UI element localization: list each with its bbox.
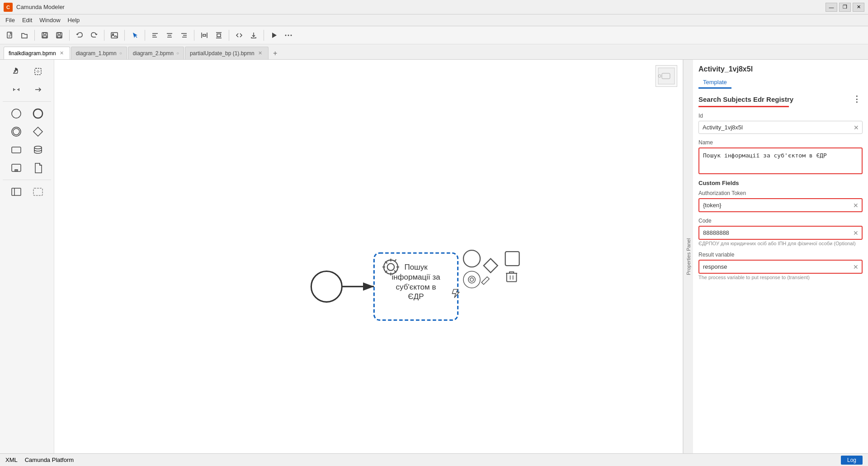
- log-button[interactable]: Log: [841, 456, 863, 465]
- data-object-tool[interactable]: [28, 160, 48, 176]
- deploy-button[interactable]: [247, 29, 260, 42]
- svg-rect-3: [43, 36, 47, 38]
- name-label: Name: [698, 139, 863, 146]
- code-input-wrapper: ✕: [698, 226, 863, 240]
- tab-partialupdate[interactable]: partialUpdate_bp (1).bpmn ✕: [185, 47, 269, 59]
- intermediate-event-tool[interactable]: [6, 124, 26, 140]
- svg-marker-9: [272, 33, 277, 38]
- svg-point-21: [34, 146, 42, 149]
- svg-point-18: [13, 128, 19, 135]
- tool-divider-2: [3, 180, 51, 180]
- toolbar-separator-2: [69, 30, 70, 41]
- open-file-button[interactable]: [18, 29, 31, 42]
- align-right-button[interactable]: [178, 29, 190, 42]
- svg-point-11: [288, 34, 289, 36]
- play-button[interactable]: [268, 29, 280, 42]
- menu-window[interactable]: Window: [36, 16, 64, 24]
- menu-file[interactable]: File: [2, 16, 19, 24]
- properties-content: Activity_1vj8x5l Template Search Subject…: [693, 60, 868, 453]
- tab-diagram1[interactable]: diagram_1.bpmn ○: [71, 47, 127, 59]
- lasso-tool[interactable]: [28, 63, 48, 80]
- svg-point-42: [468, 276, 475, 283]
- connect-tool[interactable]: [6, 81, 26, 98]
- image-button[interactable]: [108, 29, 121, 42]
- svg-rect-2: [43, 33, 46, 34]
- redo-button[interactable]: [88, 29, 100, 42]
- tab-finalkdiagram[interactable]: finalkdiagram.bpmn ✕: [4, 47, 70, 59]
- tab-close-partialupdate[interactable]: ✕: [257, 50, 264, 57]
- group-tool[interactable]: [28, 184, 48, 200]
- tool-row-6: [6, 160, 48, 176]
- svg-marker-19: [33, 127, 42, 136]
- tab-diagram2[interactable]: diagram_2.bpmn ○: [128, 47, 184, 59]
- subprocess-tool[interactable]: [6, 160, 26, 176]
- template-tab[interactable]: Template: [698, 77, 731, 89]
- start-event: [311, 271, 342, 302]
- statusbar-left: XML Camunda Platform: [5, 456, 74, 463]
- result-variable-input[interactable]: [699, 261, 862, 273]
- id-input[interactable]: [699, 121, 862, 133]
- id-clear-button[interactable]: ✕: [852, 124, 860, 132]
- code-hint: ЄДРПОУ для юридичних осіб або ІПН для фі…: [698, 241, 863, 246]
- menu-edit[interactable]: Edit: [19, 16, 36, 24]
- undo-button[interactable]: [73, 29, 86, 42]
- new-file-button[interactable]: [4, 29, 16, 42]
- task-tool[interactable]: [6, 142, 26, 158]
- save-button[interactable]: [38, 29, 51, 42]
- svg-point-38: [463, 250, 480, 267]
- titlebar-controls: — ❐ ✕: [826, 3, 864, 12]
- distribute-v-button[interactable]: [212, 29, 225, 42]
- more-options-button[interactable]: ⋮: [851, 94, 863, 104]
- svg-rect-5: [58, 33, 61, 34]
- id-field-container: Id ✕: [698, 113, 863, 134]
- result-variable-clear-button[interactable]: ✕: [852, 263, 860, 271]
- name-input[interactable]: [699, 148, 862, 172]
- align-center-button[interactable]: [163, 29, 176, 42]
- name-field-container: Name: [698, 139, 863, 174]
- bpmn-diagram: Пошук інформації за суб'єктом в ЄДР: [54, 60, 683, 453]
- tab-close-finalkdiagram[interactable]: ✕: [59, 50, 65, 57]
- toolbar: [0, 26, 868, 44]
- tab-label: finalkdiagram.bpmn: [9, 50, 56, 57]
- hand-tool[interactable]: [6, 63, 26, 80]
- more-toolbar-button[interactable]: [282, 29, 295, 42]
- code-input[interactable]: [699, 227, 862, 239]
- tab-label: partialUpdate_bp (1).bpmn: [190, 50, 255, 57]
- minimize-button[interactable]: —: [826, 3, 837, 12]
- global-connect-tool[interactable]: [28, 81, 48, 98]
- svg-rect-20: [12, 147, 21, 153]
- auth-token-input[interactable]: [699, 199, 862, 211]
- tool-row-2: [6, 81, 48, 98]
- svg-text:інформації за: інформації за: [392, 273, 440, 281]
- toolbar-separator-4: [124, 30, 125, 41]
- svg-rect-25: [12, 188, 21, 195]
- svg-rect-40: [505, 252, 519, 266]
- menu-help[interactable]: Help: [64, 16, 84, 24]
- add-tab-button[interactable]: +: [269, 48, 281, 59]
- maximize-button[interactable]: ❐: [839, 3, 851, 12]
- align-left-button[interactable]: [149, 29, 161, 42]
- code-field-container: Code ✕ ЄДРПОУ для юридичних осіб або ІПН…: [698, 218, 863, 246]
- result-variable-field-container: Result variable ✕ The process variable t…: [698, 252, 863, 280]
- custom-fields-title: Custom Fields: [698, 180, 863, 186]
- cursor-button[interactable]: [128, 29, 141, 42]
- space-button[interactable]: [233, 29, 245, 42]
- canvas-area[interactable]: Пошук інформації за суб'єктом в ЄДР: [54, 60, 683, 453]
- auth-token-field-container: Authorization Token ✕: [698, 190, 863, 212]
- pool-tool[interactable]: [6, 184, 26, 200]
- xml-label[interactable]: XML: [5, 456, 18, 463]
- titlebar-left: C Camunda Modeler: [4, 3, 65, 12]
- auth-token-clear-button[interactable]: ✕: [852, 201, 860, 209]
- gateway-tool[interactable]: [28, 124, 48, 140]
- end-event-tool[interactable]: [28, 105, 48, 122]
- tool-divider: [3, 101, 51, 102]
- close-button[interactable]: ✕: [853, 3, 864, 12]
- start-event-tool[interactable]: [6, 105, 26, 122]
- toolbar-separator-3: [104, 30, 104, 41]
- data-store-tool[interactable]: [28, 142, 48, 158]
- code-clear-button[interactable]: ✕: [852, 229, 860, 237]
- save-as-button[interactable]: [53, 29, 66, 42]
- auth-token-label: Authorization Token: [698, 190, 863, 196]
- id-input-wrapper: ✕: [698, 121, 863, 134]
- distribute-h-button[interactable]: [198, 29, 211, 42]
